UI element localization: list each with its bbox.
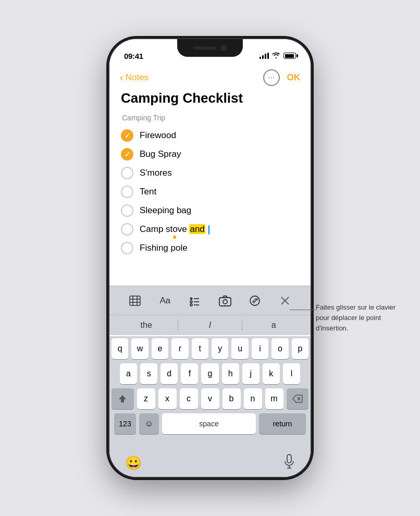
svg-point-12 — [223, 300, 227, 304]
item-text-tent: Tent — [140, 187, 156, 197]
shift-key[interactable] — [112, 388, 134, 409]
key-s[interactable]: s — [140, 363, 157, 384]
key-o[interactable]: o — [271, 338, 288, 359]
checkbox-tent[interactable] — [121, 186, 133, 198]
key-x[interactable]: x — [158, 388, 177, 409]
note-title[interactable]: Camping Checklist — [121, 90, 299, 106]
svg-rect-0 — [130, 296, 140, 305]
ok-button[interactable]: OK — [287, 72, 301, 83]
key-k[interactable]: k — [263, 363, 280, 384]
status-icons — [260, 52, 296, 60]
key-l[interactable]: l — [283, 363, 300, 384]
cursor-handle — [173, 236, 176, 239]
nav-back-label: Notes — [126, 72, 149, 83]
emoji-icon-button[interactable]: 😀 — [125, 455, 142, 471]
table-icon-button[interactable] — [126, 291, 144, 310]
svg-rect-18 — [287, 454, 291, 463]
key-h[interactable]: h — [222, 363, 239, 384]
signal-bar-4 — [267, 53, 269, 59]
key-a[interactable]: a — [120, 363, 137, 384]
item-text-campstove[interactable]: Camp stove and — [140, 224, 209, 235]
svg-rect-11 — [219, 298, 231, 306]
mic-icon-button[interactable] — [283, 454, 295, 472]
svg-point-5 — [190, 298, 193, 300]
autocorrect-i[interactable]: I — [178, 320, 241, 331]
key-i[interactable]: i — [252, 338, 268, 359]
list-item: Tent — [121, 182, 299, 201]
list-item: Fishing pole — [121, 239, 299, 257]
list-item: S'mores — [121, 164, 299, 182]
keyboard: q w e r t y u i o p a s d f g — [109, 336, 311, 477]
autocorrect-the[interactable]: the — [115, 320, 178, 331]
key-j[interactable]: j — [242, 363, 260, 384]
keyboard-row-3: z x c v b n m — [112, 388, 308, 409]
keyboard-toolbar: Aa — [109, 286, 311, 315]
speaker — [193, 46, 216, 50]
key-e[interactable]: e — [152, 338, 168, 359]
battery-icon — [283, 53, 296, 59]
phone-frame: 09:41 ‹ Notes — [108, 38, 312, 478]
list-item: Bug Spray — [121, 145, 299, 164]
annotation-text: Faites glisser sur le clavier pour dépla… — [316, 302, 399, 334]
signal-bar-2 — [262, 55, 264, 59]
signal-bar-3 — [265, 54, 266, 59]
key-q[interactable]: q — [112, 338, 128, 359]
delete-key[interactable] — [287, 388, 309, 409]
list-icon-button[interactable] — [186, 291, 204, 310]
checkbox-smores[interactable] — [121, 167, 133, 179]
list-item: Sleeping bag — [121, 201, 299, 220]
emoji-key[interactable]: ☺ — [139, 413, 159, 434]
format-text-label: Aa — [160, 296, 170, 306]
signal-bars — [260, 53, 269, 59]
key-f[interactable]: f — [181, 363, 198, 384]
space-key[interactable]: space — [162, 413, 256, 434]
checkbox-bugspray[interactable] — [121, 148, 133, 161]
nav-back-button[interactable]: ‹ Notes — [120, 72, 149, 83]
svg-point-7 — [190, 301, 192, 303]
checkbox-sleepingbag[interactable] — [121, 204, 133, 217]
key-g[interactable]: g — [201, 363, 218, 384]
key-c[interactable]: c — [180, 388, 198, 409]
key-n[interactable]: n — [244, 388, 262, 409]
svg-point-13 — [250, 296, 260, 305]
numbers-key[interactable]: 123 — [114, 413, 136, 434]
keyboard-row-4: 123 ☺ space return — [112, 413, 308, 434]
more-button[interactable]: ··· — [263, 69, 280, 86]
annotation-line — [290, 310, 316, 310]
checkbox-firewood[interactable] — [121, 129, 133, 142]
key-y[interactable]: y — [212, 338, 228, 359]
camera — [220, 45, 227, 51]
nav-bar: ‹ Notes ··· OK — [109, 65, 311, 88]
checkbox-fishingpole[interactable] — [121, 242, 133, 254]
wifi-icon — [272, 52, 280, 60]
battery-fill — [285, 54, 294, 58]
notch — [177, 39, 243, 57]
key-d[interactable]: d — [160, 363, 178, 384]
key-m[interactable]: m — [265, 388, 283, 409]
camera-icon-button[interactable] — [216, 291, 234, 310]
key-p[interactable]: p — [292, 338, 308, 359]
bottom-bar: 😀 — [109, 453, 311, 477]
back-chevron-icon: ‹ — [120, 71, 123, 83]
keyboard-row-1: q w e r t y u i o p — [112, 338, 308, 359]
key-w[interactable]: w — [131, 338, 148, 359]
key-u[interactable]: u — [231, 338, 248, 359]
nav-actions: ··· OK — [263, 69, 301, 86]
more-dots-icon: ··· — [268, 73, 275, 82]
highlighted-word: and — [189, 224, 205, 234]
item-text-firewood: Firewood — [140, 130, 176, 141]
format-text-button[interactable]: Aa — [155, 291, 174, 310]
return-key[interactable]: return — [259, 413, 306, 434]
svg-point-9 — [190, 304, 192, 306]
markup-icon-button[interactable] — [245, 291, 264, 310]
key-b[interactable]: b — [223, 388, 241, 409]
list-item: Firewood — [121, 126, 299, 145]
section-label: Camping Trip — [121, 114, 299, 122]
key-r[interactable]: r — [171, 338, 188, 359]
item-text-sleepingbag: Sleeping bag — [140, 205, 191, 216]
key-v[interactable]: v — [201, 388, 219, 409]
list-item: Camp stove and — [121, 220, 299, 239]
key-z[interactable]: z — [137, 388, 155, 409]
checkbox-campstove[interactable] — [121, 223, 133, 236]
key-t[interactable]: t — [192, 338, 208, 359]
